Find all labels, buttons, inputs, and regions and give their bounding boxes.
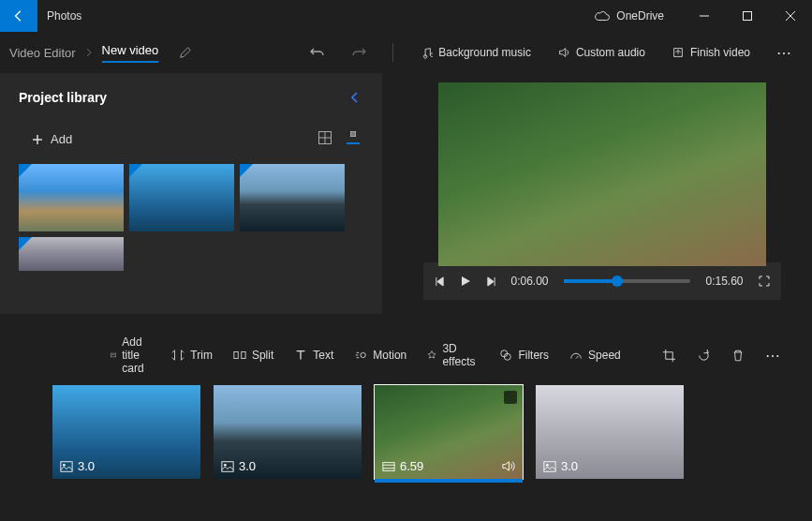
player-controls: 0:06.00 0:15.60 <box>423 262 781 300</box>
fullscreen-button[interactable] <box>759 275 770 287</box>
titlebar: Photos OneDrive <box>0 0 812 32</box>
3d-effects-button[interactable]: 3D effects <box>427 342 479 368</box>
chevron-right-icon <box>85 48 93 57</box>
speaker-icon <box>501 459 515 473</box>
current-time: 0:06.00 <box>511 275 549 288</box>
storyboard-toolbar: Add title card Trim Split Text Motion 3D… <box>0 335 812 376</box>
storyboard-clip[interactable]: 6.59 <box>375 385 523 479</box>
library-title: Project library <box>19 90 107 105</box>
video-icon <box>382 460 395 473</box>
svg-rect-19 <box>222 461 233 471</box>
background-music-button[interactable]: Background music <box>420 46 531 59</box>
breadcrumb-root[interactable]: Video Editor <box>9 46 76 60</box>
pencil-icon <box>179 46 192 59</box>
export-icon <box>672 46 685 59</box>
image-icon <box>543 460 556 473</box>
svg-point-14 <box>361 352 365 357</box>
crop-button[interactable] <box>662 349 676 363</box>
seek-progress <box>564 279 613 283</box>
prev-frame-button[interactable] <box>435 276 445 287</box>
filters-icon <box>499 349 512 362</box>
finish-video-button[interactable]: Finish video <box>672 46 750 59</box>
add-media-button[interactable]: Add <box>19 132 72 146</box>
motion-button[interactable]: Motion <box>354 349 406 362</box>
svg-point-18 <box>63 463 66 466</box>
preview-video[interactable] <box>438 82 766 266</box>
speed-icon <box>569 349 583 362</box>
delete-button[interactable] <box>731 349 745 363</box>
audio-icon <box>557 46 570 59</box>
split-icon <box>233 349 246 362</box>
library-thumb[interactable] <box>129 164 234 231</box>
trim-button[interactable]: Trim <box>171 349 213 362</box>
breadcrumb: Video Editor New video <box>9 43 192 63</box>
breadcrumb-current[interactable]: New video <box>102 43 159 63</box>
text-button[interactable]: Text <box>294 349 333 362</box>
undo-button[interactable] <box>310 45 325 60</box>
app-title: Photos <box>37 0 91 32</box>
library-thumb[interactable] <box>19 237 124 271</box>
window-controls <box>683 0 812 32</box>
svg-rect-21 <box>383 462 394 470</box>
grid-3x3-icon <box>347 131 360 144</box>
minimize-button[interactable] <box>683 0 726 32</box>
library-thumb[interactable] <box>19 164 124 231</box>
svg-rect-5 <box>350 131 356 137</box>
topbar: Video Editor New video Background music … <box>0 32 812 73</box>
split-button[interactable]: Split <box>233 349 273 362</box>
storyboard-clip[interactable]: 3.0 <box>536 385 684 479</box>
motion-icon <box>354 349 367 362</box>
maximize-button[interactable] <box>726 0 769 32</box>
storyboard-clip[interactable]: 3.0 <box>214 385 362 479</box>
project-library-panel: Project library Add <box>0 73 382 314</box>
svg-rect-1 <box>744 12 752 21</box>
arrow-left-icon <box>12 9 25 22</box>
add-title-card-button[interactable]: Add title card <box>111 335 151 375</box>
play-icon <box>460 275 471 287</box>
seek-knob[interactable] <box>612 275 623 287</box>
redo-icon <box>351 45 366 60</box>
onedrive-label: OneDrive <box>616 9 664 22</box>
more-button[interactable]: ⋯ <box>776 44 793 62</box>
rotate-button[interactable] <box>697 349 711 363</box>
undo-icon <box>310 45 325 60</box>
close-button[interactable] <box>769 0 812 32</box>
edit-title-button[interactable] <box>179 46 192 59</box>
storyboard-more-button[interactable]: ⋯ <box>765 347 782 365</box>
clip-menu-icon[interactable] <box>504 391 517 404</box>
custom-audio-label: Custom audio <box>576 46 645 59</box>
finish-video-label: Finish video <box>690 46 750 59</box>
library-thumb[interactable] <box>240 164 345 231</box>
grid-small-toggle[interactable] <box>347 131 360 147</box>
storyboard-strip: 3.0 3.0 6.59 3.0 <box>0 376 812 488</box>
speed-button[interactable]: Speed <box>569 349 621 362</box>
title-card-icon <box>111 349 116 362</box>
onedrive-link[interactable]: OneDrive <box>594 0 683 32</box>
filters-button[interactable]: Filters <box>499 349 549 362</box>
custom-audio-button[interactable]: Custom audio <box>557 46 645 59</box>
storyboard-clip[interactable]: 3.0 <box>52 385 200 479</box>
text-icon <box>294 349 307 362</box>
redo-button[interactable] <box>351 45 366 60</box>
chevron-left-icon <box>350 92 360 103</box>
effects-icon <box>427 349 436 362</box>
preview-pane: 0:06.00 0:15.60 <box>382 73 812 314</box>
grid-large-toggle[interactable] <box>318 131 332 147</box>
svg-rect-24 <box>544 461 555 471</box>
play-button[interactable] <box>460 275 471 287</box>
trash-icon <box>731 349 745 363</box>
svg-rect-12 <box>234 352 238 359</box>
svg-point-25 <box>546 463 549 466</box>
back-button[interactable] <box>0 0 37 32</box>
next-frame-button[interactable] <box>486 276 496 287</box>
seek-track[interactable] <box>564 279 691 283</box>
svg-rect-10 <box>111 353 115 357</box>
background-music-label: Background music <box>438 46 531 59</box>
skip-forward-icon <box>486 276 496 287</box>
grid-2x2-icon <box>318 131 332 144</box>
rotate-icon <box>697 349 711 363</box>
cloud-icon <box>594 10 611 22</box>
image-icon <box>221 460 234 473</box>
collapse-library-button[interactable] <box>350 92 363 103</box>
plus-icon <box>32 134 43 145</box>
